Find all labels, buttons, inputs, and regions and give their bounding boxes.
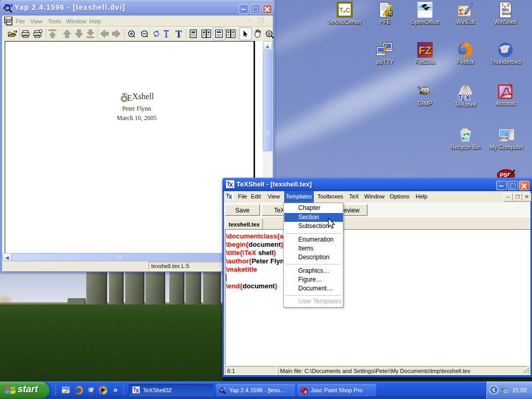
svg-text:Shell: Shell — [502, 11, 511, 16]
svg-text:X: X — [229, 194, 232, 200]
svg-text:32: 32 — [387, 11, 392, 17]
svg-text:T: T — [176, 29, 182, 39]
svg-text:8: 8 — [304, 390, 307, 394]
svg-text:FZ: FZ — [419, 45, 431, 56]
svg-text:X: X — [136, 388, 139, 394]
svg-text:X: X — [229, 182, 233, 188]
svg-text:DVI: DVI — [6, 18, 12, 22]
svg-text:TEX: TEX — [458, 94, 470, 101]
svg-text:Σ: Σ — [459, 8, 463, 16]
